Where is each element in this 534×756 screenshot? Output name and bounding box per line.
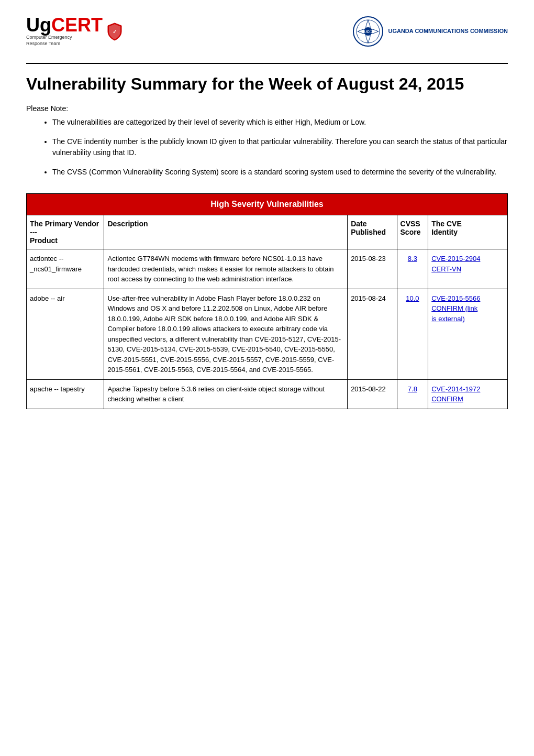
cve-adobe: CVE-2015-5566CONFIRM (linkis external): [428, 289, 508, 379]
cvss-link-adobe[interactable]: 10.0: [406, 294, 419, 302]
table-column-headers: The Primary Vendor ---Product Descriptio…: [27, 215, 508, 249]
ug-text: Ug: [26, 14, 51, 36]
ugcert-text-block: UgCERT Computer EmergencyResponse Team: [26, 16, 103, 47]
col-header-vendor: The Primary Vendor ---Product: [27, 215, 104, 249]
cvss-link-apache[interactable]: 7.8: [408, 385, 417, 393]
vulnerability-table: High Severity Vulnerabilities The Primar…: [26, 193, 508, 409]
table-row: adobe -- air Use-after-free vulnerabilit…: [27, 289, 508, 379]
vendor-adobe: adobe -- air: [27, 289, 104, 379]
cvss-adobe: 10.0: [397, 289, 428, 379]
note-item-2: The CVE indentity number is the publicly…: [52, 136, 508, 158]
note-item-3: The CVSS (Common Vulnerability Scoring S…: [52, 167, 508, 178]
page-header: UgCERT Computer EmergencyResponse Team ✓…: [26, 16, 508, 47]
ugcert-logo: UgCERT Computer EmergencyResponse Team ✓: [26, 16, 123, 47]
cvss-actiontec: 8.3: [397, 249, 428, 289]
desc-adobe: Use-after-free vulnerability in Adobe Fl…: [104, 289, 348, 379]
ucc-name: UGANDA COMMUNICATIONS COMMISSION: [388, 27, 508, 35]
desc-actiontec: Actiontec GT784WN modems with firmware b…: [104, 249, 348, 289]
col-header-description: Description: [104, 215, 348, 249]
date-actiontec: 2015-08-23: [348, 249, 397, 289]
note-item-1: The vulnerabilities are cattegorized by …: [52, 117, 508, 128]
table-section-header: High Severity Vulnerabilities: [27, 194, 508, 215]
date-adobe: 2015-08-24: [348, 289, 397, 379]
cve-link-adobe[interactable]: CVE-2015-5566CONFIRM (linkis external): [431, 294, 480, 323]
cve-link-actiontec[interactable]: CVE-2015-2904CERT-VN: [431, 255, 480, 273]
svg-text:✓: ✓: [113, 29, 117, 35]
cvss-link-actiontec[interactable]: 8.3: [408, 255, 417, 262]
cvss-apache: 7.8: [397, 379, 428, 409]
cve-apache: CVE-2014-1972CONFIRM: [428, 379, 508, 409]
cve-actiontec: CVE-2015-2904CERT-VN: [428, 249, 508, 289]
col-header-cvss: CVSSScore: [397, 215, 428, 249]
col-header-cve: The CVEIdentity: [428, 215, 508, 249]
cert-text: CERT: [51, 14, 103, 36]
notes-list: The vulnerabilities are cattegorized by …: [26, 117, 508, 178]
please-note-label: Please Note:: [26, 104, 508, 113]
cve-link-apache[interactable]: CVE-2014-1972CONFIRM: [431, 385, 480, 403]
page-title: Vulnerability Summary for the Week of Au…: [26, 74, 508, 94]
header-divider: [26, 63, 508, 64]
col-header-date: DatePublished: [348, 215, 397, 249]
table-section-title: High Severity Vulnerabilities: [27, 194, 508, 215]
table-row: actiontec --_ncs01_firmware Actiontec GT…: [27, 249, 508, 289]
ugcert-subtitle: Computer EmergencyResponse Team: [26, 35, 103, 47]
table-row: apache -- tapestry Apache Tapestry befor…: [27, 379, 508, 409]
ucc-emblem: UCC: [352, 16, 384, 47]
ucc-logo: UCC UGANDA COMMUNICATIONS COMMISSION: [352, 16, 508, 47]
shield-icon: ✓: [107, 22, 123, 41]
date-apache: 2015-08-22: [348, 379, 397, 409]
ugcert-wordmark: UgCERT: [26, 16, 103, 35]
page-container: UgCERT Computer EmergencyResponse Team ✓…: [0, 0, 534, 756]
desc-apache: Apache Tapestry before 5.3.6 relies on c…: [104, 379, 348, 409]
vendor-apache: apache -- tapestry: [27, 379, 104, 409]
vendor-actiontec: actiontec --_ncs01_firmware: [27, 249, 104, 289]
